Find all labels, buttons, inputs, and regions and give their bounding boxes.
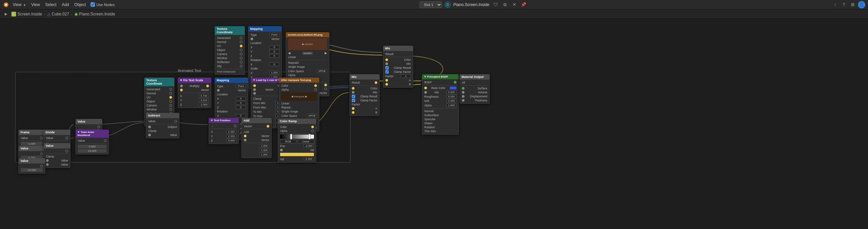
mix-clamp-factor: Clamp Factor <box>385 70 411 74</box>
tc-uv: UV <box>217 44 243 48</box>
add-add: Add <box>244 130 269 134</box>
color-ramp-gradient <box>280 135 314 139</box>
shield-icon[interactable]: 🛡 <box>492 1 499 8</box>
principled-bsdf-header: ✦ Principled BSDF <box>422 74 459 79</box>
layout-icon[interactable]: ⊞ <box>849 1 856 8</box>
value-body-4: 24.000 <box>19 164 45 174</box>
am-repeat: Repeat <box>281 106 317 110</box>
pin-icon[interactable]: 📌 <box>520 1 527 8</box>
select-menu[interactable]: Select <box>43 2 58 8</box>
add-node[interactable]: Add Vector Add Vector Vector 1.000 1.000… <box>242 118 272 158</box>
fix-text-scale-node[interactable]: ✦ Fix Text Scale Multiply Vector X0.740 … <box>178 78 211 108</box>
color-ramp-header: Color Ramp <box>278 118 316 124</box>
mix2-a: A <box>352 107 377 111</box>
total-anim-node[interactable]: ✦ Total Anim Numberof Value 0.000 24.000 <box>75 130 109 154</box>
tan-val2: 24.000 <box>78 149 107 153</box>
node-menu[interactable]: Object <box>72 2 88 8</box>
tc-normal: Normal <box>217 40 243 44</box>
expand-icon[interactable]: ▶ <box>3 11 9 18</box>
mix-node-1[interactable]: Mix Result Color Mix Clamp Result Clamp … <box>383 46 413 88</box>
object-menu[interactable]: View ▼ <box>11 2 28 8</box>
color-ramp-stop-1[interactable] <box>290 134 292 139</box>
tc2-normal: Normal <box>147 91 172 95</box>
scene-icon: ▶ <box>11 12 16 17</box>
texture-coord-body-1: Generated Normal UV Object Camera Window… <box>215 35 245 75</box>
image-preview-1: ▶ screen <box>288 38 327 50</box>
breadcrumb-sep-1: › <box>44 12 45 16</box>
node-editor[interactable]: Animated Text Texture Coordinate Generat… <box>0 19 868 229</box>
map2-loc-x: X0 <box>217 96 246 101</box>
val1-out <box>78 125 100 128</box>
use-nodes-checkbox[interactable] <box>91 2 95 7</box>
tc2-uv: UV <box>147 95 172 99</box>
value-header-1: Value <box>75 119 102 124</box>
color-ramp-stop-2[interactable] <box>309 134 311 139</box>
sub-subject: Subject <box>148 125 177 129</box>
cr-rgb-linear: RGB Linear <box>280 139 314 144</box>
slot-dropdown[interactable]: Slot 1 <box>420 1 442 8</box>
mix-mix-in: Mix <box>385 62 411 66</box>
map2-vector-in: Vector <box>217 88 246 92</box>
pb-specular: Specular <box>424 117 457 121</box>
text-position-node[interactable]: ✦ Text Position → X2.330 Y2.330 Z5.000 <box>209 118 239 144</box>
value-header-4: Value <box>19 158 45 164</box>
add-v1: 1.000 <box>244 144 269 148</box>
fts-vector-in: Vector <box>180 88 209 92</box>
pb-sheen: Sheen <box>424 121 457 125</box>
mo-volume: Volume <box>462 90 487 94</box>
subtract-node[interactable]: Subtract Value Subject Clamp Value <box>146 113 180 138</box>
copy-icon[interactable]: ⧉ <box>501 1 508 8</box>
map-location: Location <box>251 41 279 45</box>
mo-displacement: Displacement <box>462 94 487 98</box>
mix2-b: B <box>352 111 377 115</box>
add-v3: 1.000 <box>244 152 269 157</box>
map-rot-x: X0 <box>251 62 279 66</box>
color-ramp-node[interactable]: Color Ramp Color Alpha RGB Linear Pos-2.… <box>278 118 316 163</box>
pb-mix: Mix0.000 <box>424 90 457 94</box>
view-menu[interactable]: View <box>29 2 42 8</box>
mix2-clamp-checkbox[interactable] <box>352 95 355 98</box>
map-vector-in: Vector <box>251 37 279 41</box>
subtract-body: Value Subject Clamp Value <box>146 118 180 138</box>
frame-node[interactable]: Frame Value 0.000 <box>19 130 45 147</box>
add-menu[interactable]: Add <box>60 2 71 8</box>
div-value-out: Value <box>46 136 68 140</box>
value-node-3[interactable]: Value Clamp Value Value <box>43 143 70 168</box>
blender-icon[interactable] <box>3 1 9 8</box>
mix-factor: Factor1 <box>385 74 411 78</box>
pb-base-color-swatch[interactable] <box>450 87 457 89</box>
cr-val2: Val0.500 <box>280 157 314 161</box>
user-icon[interactable]: 👤 <box>858 1 865 8</box>
use-nodes-label: Use Nodes <box>96 3 114 7</box>
divide-header: Divide <box>43 130 70 135</box>
mapping-header-2: Mapping <box>215 78 248 83</box>
material-output-node[interactable]: Material Output All Surface Volume Displ… <box>460 74 490 104</box>
mix-clamp-factor-checkbox[interactable] <box>385 70 389 74</box>
mapping-header-1: Mapping <box>248 26 282 32</box>
value-node-4[interactable]: Value 24.000 <box>19 158 45 174</box>
mix-node-2[interactable]: Mix Result Color Mix Clamp Result Clamp … <box>349 74 380 116</box>
mix-clamp-checkbox[interactable] <box>385 66 389 69</box>
scene-name: Screen.Inside <box>18 12 42 17</box>
am-color-out: Color <box>281 84 317 88</box>
tc2-object: Object <box>147 99 172 104</box>
close-icon[interactable]: ✕ <box>511 1 518 8</box>
map2-type: TypePoint <box>217 84 246 88</box>
mix2-result: Result <box>352 81 377 85</box>
am-colorspace: Color SpacesRGB <box>281 114 317 118</box>
map-rotation: Rotation <box>251 58 279 62</box>
pb-ior: IOR2.450 <box>424 99 457 103</box>
tan-value-out: Value <box>78 139 107 143</box>
breadcrumb-material: ◉ Piano.Screen.Inside <box>74 12 115 17</box>
mo-thickness: Thickness <box>462 98 487 103</box>
help-icon[interactable]: ? <box>840 1 847 8</box>
mix2-clamp-factor-checkbox[interactable] <box>352 99 355 102</box>
mix-color-in: Color <box>385 58 411 62</box>
add-body: Vector Add Vector Vector 1.000 1.000 1.0… <box>242 123 272 158</box>
principled-bsdf-node[interactable]: ✦ Principled BSDF BSDF Base Color Mix0.0… <box>422 74 459 135</box>
text-position-body: → X2.330 Y2.330 Z5.000 <box>209 123 239 144</box>
upload-icon[interactable]: ↑ <box>832 1 838 8</box>
map-scale: Scale <box>251 66 279 70</box>
map-loc-x: X0 <box>251 45 279 49</box>
texture-coordinate-node-1[interactable]: Texture Coordinate Generated Normal UV O… <box>215 26 245 75</box>
